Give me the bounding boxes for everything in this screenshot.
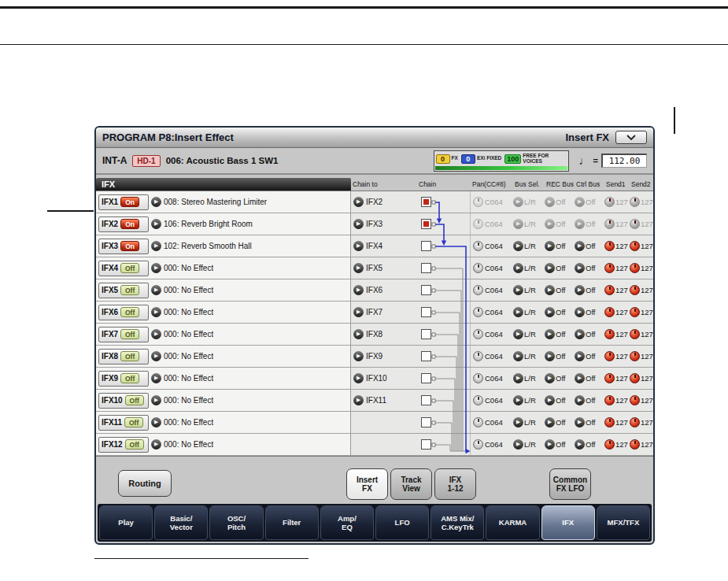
- bus-popup-icon[interactable]: [513, 395, 523, 405]
- send1-knob[interactable]: [604, 395, 615, 405]
- ctrl-bus-popup-icon[interactable]: [575, 439, 585, 450]
- routing-button[interactable]: Routing: [118, 470, 172, 497]
- ifx-select-button[interactable]: IFX3 On: [98, 239, 149, 254]
- send2-knob[interactable]: [630, 351, 640, 361]
- send1-knob[interactable]: [604, 219, 615, 229]
- send1-knob[interactable]: [604, 373, 615, 383]
- effect-name[interactable]: 000: No Effect: [164, 440, 213, 449]
- ifx-select-button[interactable]: IFX6 Off: [98, 305, 149, 320]
- chain-checkbox[interactable]: [421, 417, 431, 427]
- main-tab-karma[interactable]: KARMA: [486, 505, 539, 540]
- pan-knob[interactable]: [473, 241, 483, 251]
- ctrl-bus-popup-icon[interactable]: [575, 263, 585, 273]
- chain-to-popup-icon[interactable]: [353, 241, 364, 251]
- chain-to-popup-icon[interactable]: [353, 395, 364, 405]
- rec-bus-popup-icon[interactable]: [545, 263, 555, 273]
- main-tab-lfo[interactable]: LFO: [375, 505, 429, 540]
- effect-name[interactable]: 000: No Effect: [164, 308, 213, 316]
- effect-popup-icon[interactable]: [151, 439, 161, 450]
- send1-knob[interactable]: [604, 439, 615, 450]
- effect-name[interactable]: 000: No Effect: [164, 418, 213, 427]
- main-tab-play[interactable]: Play: [99, 505, 153, 540]
- send1-knob[interactable]: [604, 285, 615, 295]
- chain-to-popup-icon[interactable]: [353, 307, 364, 317]
- bus-popup-icon[interactable]: [513, 373, 523, 383]
- ifx-select-button[interactable]: IFX4 Off: [98, 261, 149, 276]
- bus-popup-icon[interactable]: [513, 285, 523, 295]
- ifx-select-button[interactable]: IFX7 Off: [98, 327, 149, 342]
- chain-checkbox[interactable]: [421, 241, 431, 251]
- pan-knob[interactable]: [473, 197, 483, 207]
- send2-knob[interactable]: [630, 439, 640, 450]
- bus-popup-icon[interactable]: [513, 263, 523, 273]
- send2-knob[interactable]: [630, 241, 640, 251]
- pan-knob[interactable]: [473, 351, 483, 361]
- send2-knob[interactable]: [630, 219, 640, 229]
- chain-checkbox[interactable]: [421, 373, 431, 383]
- main-tab-osc-pitch[interactable]: OSC/ Pitch: [209, 505, 263, 540]
- pan-knob[interactable]: [473, 373, 483, 383]
- pan-knob[interactable]: [473, 307, 483, 317]
- chain-checkbox[interactable]: [421, 307, 431, 317]
- page-menu-button[interactable]: [615, 131, 647, 144]
- pan-knob[interactable]: [473, 417, 483, 427]
- rec-bus-popup-icon[interactable]: [545, 219, 555, 229]
- pan-knob[interactable]: [473, 263, 483, 273]
- chain-checkbox[interactable]: [421, 263, 431, 273]
- effect-popup-icon[interactable]: [151, 329, 161, 339]
- send2-knob[interactable]: [630, 307, 640, 317]
- bus-popup-icon[interactable]: [513, 219, 523, 229]
- bus-popup-icon[interactable]: [513, 351, 523, 361]
- pan-knob[interactable]: [473, 439, 483, 450]
- send2-knob[interactable]: [630, 417, 640, 427]
- send2-knob[interactable]: [630, 329, 640, 339]
- pan-knob[interactable]: [473, 285, 483, 295]
- chain-checkbox[interactable]: [421, 197, 431, 207]
- bus-popup-icon[interactable]: [513, 197, 523, 207]
- onoff-toggle[interactable]: Off: [120, 329, 139, 339]
- ctrl-bus-popup-icon[interactable]: [575, 329, 585, 339]
- chain-checkbox[interactable]: [421, 219, 431, 229]
- send2-knob[interactable]: [630, 395, 640, 405]
- rec-bus-popup-icon[interactable]: [545, 197, 555, 207]
- rec-bus-popup-icon[interactable]: [545, 351, 555, 361]
- main-tab-basic-vector[interactable]: Basic/ Vector: [154, 505, 208, 540]
- ctrl-bus-popup-icon[interactable]: [575, 373, 585, 383]
- ifx-select-button[interactable]: IFX2 On: [98, 216, 149, 232]
- effect-name[interactable]: 102: Reverb Smooth Hall: [164, 242, 252, 250]
- rec-bus-popup-icon[interactable]: [545, 373, 555, 383]
- bus-popup-icon[interactable]: [513, 417, 523, 427]
- ifx-select-button[interactable]: IFX12 Off: [98, 437, 149, 453]
- send1-knob[interactable]: [604, 263, 615, 273]
- effect-popup-icon[interactable]: [151, 351, 161, 361]
- chain-to-popup-icon[interactable]: [353, 373, 364, 383]
- effect-popup-icon[interactable]: [151, 307, 161, 317]
- effect-name[interactable]: 000: No Effect: [164, 396, 213, 405]
- ifx-select-button[interactable]: IFX5 Off: [98, 283, 149, 298]
- onoff-toggle[interactable]: On: [120, 197, 139, 207]
- ctrl-bus-popup-icon[interactable]: [575, 351, 585, 361]
- rec-bus-popup-icon[interactable]: [545, 329, 555, 339]
- chain-to-popup-icon[interactable]: [353, 263, 364, 273]
- chain-to-popup-icon[interactable]: [353, 285, 364, 295]
- chain-checkbox[interactable]: [421, 329, 431, 339]
- rec-bus-popup-icon[interactable]: [545, 307, 555, 317]
- bus-popup-icon[interactable]: [513, 329, 523, 339]
- main-tab-ifx[interactable]: IFX: [541, 505, 595, 540]
- send1-knob[interactable]: [604, 197, 615, 207]
- effect-popup-icon[interactable]: [151, 373, 161, 383]
- main-tab-amp-eq[interactable]: Amp/ EQ: [320, 505, 374, 540]
- chain-to-popup-icon[interactable]: [353, 329, 364, 339]
- ifx-select-button[interactable]: IFX10 Off: [98, 393, 149, 409]
- subtab-common-fx-lfo[interactable]: Common FX LFO: [549, 468, 591, 500]
- ctrl-bus-popup-icon[interactable]: [575, 197, 585, 207]
- pan-knob[interactable]: [473, 329, 483, 339]
- ctrl-bus-popup-icon[interactable]: [575, 395, 585, 405]
- ifx-select-button[interactable]: IFX8 Off: [98, 349, 149, 365]
- effect-name[interactable]: 000: No Effect: [164, 330, 213, 339]
- ctrl-bus-popup-icon[interactable]: [575, 307, 585, 317]
- onoff-toggle[interactable]: Off: [125, 395, 144, 405]
- tempo-value-field[interactable]: 112.00: [601, 154, 647, 168]
- send1-knob[interactable]: [604, 241, 615, 251]
- onoff-toggle[interactable]: On: [120, 219, 139, 229]
